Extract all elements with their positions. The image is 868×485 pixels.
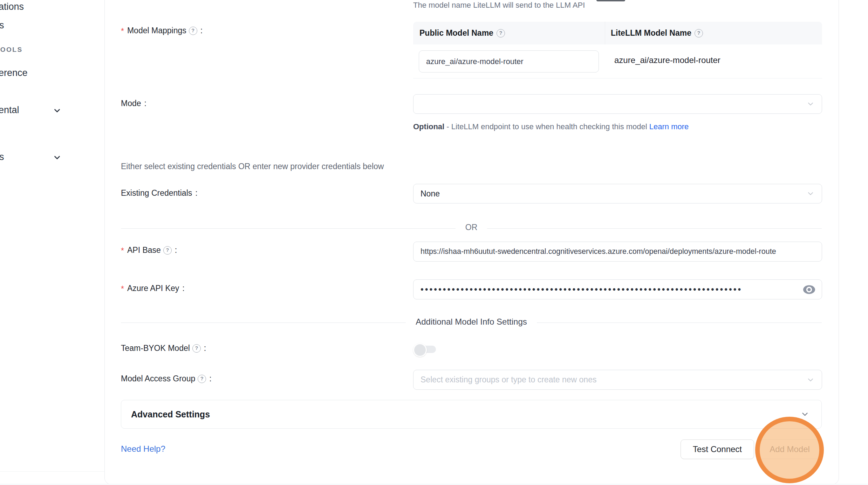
chevron-down-icon[interactable]	[53, 153, 62, 162]
required-marker: *	[121, 284, 124, 294]
eye-icon[interactable]	[803, 284, 815, 295]
azure-api-key-input[interactable]: ••••••••••••••••••••••••••••••••••••••••…	[413, 279, 822, 299]
team-byok-toggle[interactable]	[413, 343, 436, 355]
test-connect-button[interactable]: Test Connect	[681, 439, 754, 459]
tooltip-remnant	[596, 0, 625, 1]
model-name-helper-text: The model name LiteLLM will send to the …	[413, 1, 585, 10]
sidebar-item-ations[interactable]: ations	[0, 1, 24, 12]
required-marker: *	[121, 246, 124, 256]
model-mappings-row: azure_ai/azure-model-router azure_ai/azu…	[413, 44, 822, 78]
public-model-name-input[interactable]: azure_ai/azure-model-router	[419, 50, 599, 72]
chevron-down-icon	[800, 410, 809, 419]
sidebar-item-s1[interactable]: s	[0, 20, 4, 31]
model-access-group-label: Model Access Group ? :	[121, 374, 212, 383]
question-circle-icon[interactable]: ?	[163, 246, 172, 255]
model-mappings-header: Public Model Name ? LiteLLM Model Name ?	[413, 22, 822, 44]
column-public-model-name: Public Model Name ?	[413, 22, 605, 44]
team-byok-label: Team-BYOK Model ? :	[121, 344, 206, 353]
chevron-down-icon	[806, 189, 815, 198]
chevron-down-icon	[806, 100, 815, 108]
model-mappings-table: Public Model Name ? LiteLLM Model Name ?…	[413, 22, 822, 78]
add-model-page: ations s TOOLS erence ental s The model …	[0, 0, 868, 485]
question-circle-icon[interactable]: ?	[189, 27, 197, 35]
model-access-group-placeholder: Select existing groups or type to create…	[421, 375, 596, 384]
model-mappings-label: * Model Mappings ? :	[121, 26, 203, 35]
mode-select[interactable]	[413, 94, 822, 114]
masked-key-value: ••••••••••••••••••••••••••••••••••••••••…	[421, 284, 742, 295]
question-circle-icon[interactable]: ?	[695, 29, 703, 37]
bottom-strip	[0, 484, 868, 485]
sidebar-item-ental[interactable]: ental	[0, 105, 19, 116]
or-divider: OR	[121, 223, 822, 232]
advanced-settings-title: Advanced Settings	[131, 409, 210, 420]
existing-credentials-select[interactable]: None	[413, 184, 822, 203]
column-litellm-model-name: LiteLLM Model Name ?	[605, 28, 703, 38]
sidebar-item-s2[interactable]: s	[0, 152, 4, 162]
litellm-model-name-value: azure_ai/azure-model-router	[614, 55, 720, 65]
existing-credentials-label: Existing Credentials :	[121, 188, 198, 198]
api-base-label: * API Base ? :	[121, 245, 177, 255]
model-access-group-select[interactable]: Select existing groups or type to create…	[413, 370, 822, 390]
api-base-input[interactable]: https://ishaa-mh6uutut-swedencentral.cog…	[413, 242, 822, 262]
mode-helper-text: Optional - LiteLLM endpoint to use when …	[413, 120, 693, 133]
highlight-annotation-circle	[755, 417, 824, 483]
question-circle-icon[interactable]: ?	[192, 344, 201, 353]
sidebar-item-erence[interactable]: erence	[0, 68, 28, 78]
question-circle-icon[interactable]: ?	[198, 375, 206, 383]
need-help-link[interactable]: Need Help?	[121, 444, 165, 454]
additional-settings-divider: Additional Model Info Settings	[121, 317, 822, 327]
azure-api-key-label: * Azure API Key :	[121, 284, 185, 293]
sidebar-divider	[0, 471, 104, 472]
sidebar-section-tools: TOOLS	[0, 46, 23, 54]
required-marker: *	[121, 27, 124, 36]
mode-label: Mode :	[121, 99, 146, 108]
learn-more-link[interactable]: Learn more	[649, 122, 689, 131]
credentials-note: Either select existing credentials OR en…	[121, 162, 384, 171]
advanced-settings-panel[interactable]: Advanced Settings	[121, 400, 822, 429]
chevron-down-icon	[806, 376, 815, 384]
chevron-down-icon[interactable]	[53, 106, 62, 115]
question-circle-icon[interactable]: ?	[497, 29, 505, 37]
